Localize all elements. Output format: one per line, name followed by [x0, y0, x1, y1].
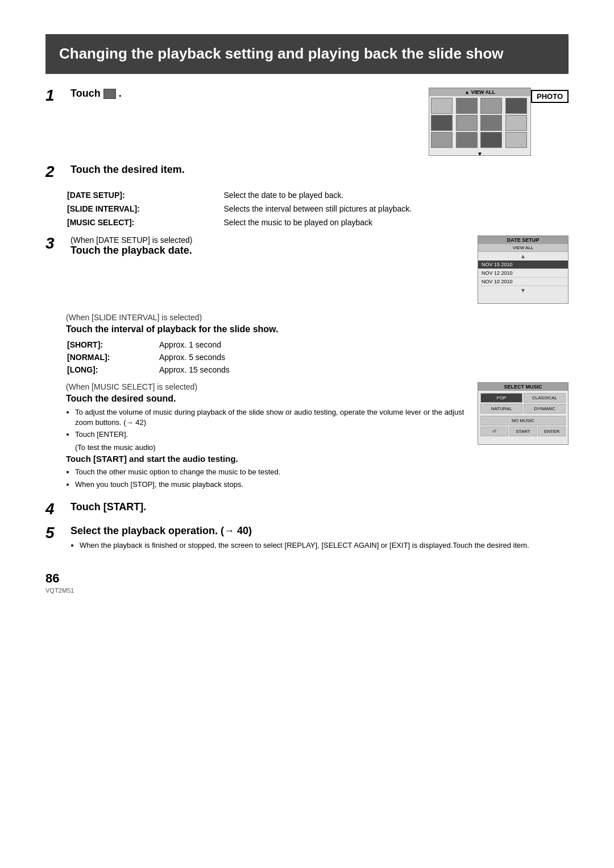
step-3-content: (When [DATE SETUP] is selected) Touch th… — [70, 235, 466, 257]
step-5-content: Select the playback operation. (→ 40) Wh… — [70, 525, 569, 554]
interval-term-long: [LONG]: — [67, 364, 158, 375]
music-bullet-1: To adjust the volume of music during pla… — [75, 407, 466, 428]
step-3-number: 3 — [45, 235, 66, 251]
date-up-arrow: ▲ — [478, 252, 568, 261]
page-number: 86 — [45, 571, 569, 586]
grid-cell — [505, 132, 527, 148]
music-footer-enter: ENTER — [538, 427, 566, 436]
step-3: 3 (When [DATE SETUP] is selected) Touch … — [45, 235, 569, 304]
date-down-arrow: ▼ — [478, 286, 568, 295]
music-select-header: SELECT MUSIC — [478, 383, 568, 391]
interval-desc-normal: Approx. 5 seconds — [159, 352, 230, 363]
menu-icon — [103, 89, 116, 99]
music-bullet-2: Touch [ENTER]. — [75, 429, 466, 440]
slide-interval-table: [SHORT]: Approx. 1 second [NORMAL]: Appr… — [66, 338, 231, 377]
date-setup-screen: DATE SETUP VIEW ALL ▲ NOV 15 2010 NOV 12… — [478, 235, 569, 304]
step-5-bullets: When the playback is finished or stopped… — [80, 540, 569, 551]
step-2-number: 2 — [45, 164, 66, 180]
grid-cell — [431, 98, 453, 114]
interval-term-short: [SHORT]: — [67, 339, 158, 350]
detail-row-date-setup: [DATE SETUP]: Select the date to be play… — [67, 189, 588, 201]
music-select-title: Touch the desired sound. — [66, 394, 466, 404]
date-row-2: NOV 12 2010 — [478, 269, 568, 278]
music-select-screen: SELECT MUSIC POP CLASSICAL NATURAL DYNAM… — [478, 382, 569, 445]
audio-bullet-2: When you touch [STOP], the music playbac… — [75, 480, 466, 490]
step-5-number: 5 — [45, 525, 66, 541]
interval-term-normal: [NORMAL]: — [67, 352, 158, 363]
grid-cell — [456, 115, 478, 131]
step-5-label: Select the playback operation. (→ 40) — [70, 525, 252, 536]
section-title: Changing the playback setting and playin… — [59, 44, 555, 64]
photo-badge: PHOTO — [531, 90, 569, 103]
step-2: 2 Touch the desired item. — [45, 164, 569, 180]
audio-test-bullets: Touch the other music option to change t… — [75, 467, 466, 489]
slide-interval-title: Touch the interval of playback for the s… — [66, 324, 569, 334]
grid-cell — [480, 132, 502, 148]
step-3-prefix: (When [DATE SETUP] is selected) — [70, 235, 466, 245]
music-btn-pop: POP — [480, 393, 522, 403]
step-2-label: Touch the desired item. — [70, 164, 185, 175]
interval-row-short: [SHORT]: Approx. 1 second — [67, 339, 230, 350]
detail-term-slide-interval: [SLIDE INTERVAL]: — [67, 202, 223, 215]
step-2-content: Touch the desired item. — [70, 164, 569, 176]
music-select-intro: (When [MUSIC SELECT] is selected) — [66, 382, 466, 391]
date-row-1: NOV 15 2010 — [478, 261, 568, 269]
detail-desc-slide-interval: Selects the interval between still pictu… — [224, 202, 588, 215]
music-footer-back: ⏎ — [480, 427, 508, 436]
date-setup-header: DATE SETUP — [478, 236, 568, 244]
slide-interval-intro: (When [SLIDE INTERVAL] is selected) — [66, 313, 569, 322]
detail-row-slide-interval: [SLIDE INTERVAL]: Selects the interval b… — [67, 202, 588, 215]
music-btn-no-music: NO MUSIC — [478, 416, 568, 427]
grid-cell — [505, 115, 527, 131]
music-footer-start: START — [509, 427, 537, 436]
interval-desc-long: Approx. 15 seconds — [159, 364, 230, 375]
step-3-label: Touch the playback date. — [70, 245, 466, 257]
date-viewall: VIEW ALL — [478, 244, 568, 252]
grid-cell — [456, 132, 478, 148]
step-4-label: Touch [START]. — [70, 501, 146, 512]
step-1-number: 1 — [45, 88, 66, 104]
step-5-bullet-1: When the playback is finished or stopped… — [80, 540, 569, 551]
step-4: 4 Touch [START]. — [45, 501, 569, 517]
date-row-3: NOV 10 2010 — [478, 278, 568, 286]
detail-desc-date-setup: Select the date to be played back. — [224, 189, 588, 201]
music-buttons-grid: POP CLASSICAL NATURAL DYNAMIC — [478, 391, 568, 416]
detail-term-music-select: [MUSIC SELECT]: — [67, 216, 223, 229]
audio-test-title: Touch [START] and start the audio testin… — [66, 454, 466, 464]
photo-grid — [429, 96, 530, 150]
grid-cell — [480, 115, 502, 131]
viewall-header: ▲ VIEW ALL — [429, 88, 530, 96]
detail-items-table: [DATE SETUP]: Select the date to be play… — [66, 188, 589, 230]
music-btn-natural: NATURAL — [480, 404, 522, 414]
step-4-number: 4 — [45, 501, 66, 517]
grid-cell — [505, 98, 527, 114]
music-select-bullets: To adjust the volume of music during pla… — [75, 407, 466, 440]
grid-cell — [456, 98, 478, 114]
interval-row-long: [LONG]: Approx. 15 seconds — [67, 364, 230, 375]
step-5: 5 Select the playback operation. (→ 40) … — [45, 525, 569, 554]
music-btn-dynamic: DYNAMIC — [524, 404, 566, 414]
music-btn-nomusic: NO MUSIC — [480, 416, 566, 425]
music-btn-classical: CLASSICAL — [524, 393, 566, 403]
music-footer: ⏎ START ENTER — [478, 427, 568, 439]
grid-cell — [480, 98, 502, 114]
detail-row-music-select: [MUSIC SELECT]: Select the music to be p… — [67, 216, 588, 229]
interval-row-normal: [NORMAL]: Approx. 5 seconds — [67, 352, 230, 363]
doc-code: VQT2M51 — [45, 587, 569, 594]
step-1: 1 Touch . ▲ VIEW ALL ▼ — [45, 88, 531, 156]
grid-cell — [431, 132, 453, 148]
viewall-screen: ▲ VIEW ALL ▼ — [429, 88, 531, 156]
interval-desc-short: Approx. 1 second — [159, 339, 230, 350]
step-1-content: Touch . — [70, 88, 417, 100]
music-select-text: (When [MUSIC SELECT] is selected) Touch … — [66, 382, 466, 493]
viewall-down-arrow: ▼ — [429, 150, 530, 156]
slide-interval-section: (When [SLIDE INTERVAL] is selected) Touc… — [66, 313, 569, 377]
step-1-label: Touch . — [70, 88, 122, 99]
detail-term-date-setup: [DATE SETUP]: — [67, 189, 223, 201]
audio-bullet-1: Touch the other music option to change t… — [75, 467, 466, 477]
page-footer: 86 VQT2M51 — [45, 571, 569, 594]
music-select-section: (When [MUSIC SELECT] is selected) Touch … — [66, 382, 569, 493]
detail-desc-music-select: Select the music to be played on playbac… — [224, 216, 588, 229]
step-4-content: Touch [START]. — [70, 501, 569, 513]
audio-test-intro: (To test the music audio) — [75, 443, 466, 452]
